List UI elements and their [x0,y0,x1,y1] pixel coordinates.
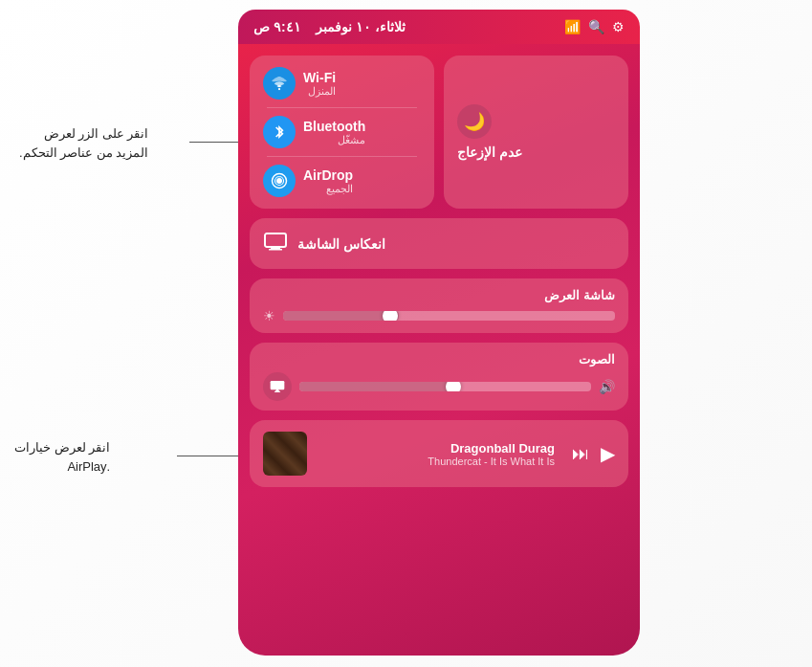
status-date: ثلاثاء، ١٠ نوفمبر [316,19,406,34]
annotation-bottom-text: انقر لعرض خيارات .AirPlay [14,438,110,476]
wifi-label: Wi-Fi المنزل [303,70,336,98]
svg-rect-2 [265,233,286,247]
moon-icon: 🌙 [464,111,485,132]
status-clock: ٩:٤١ ص [253,19,301,34]
status-icons: ⚙ 🔍 📶 [564,19,625,34]
second-row: انعكاس الشاشة [250,218,628,269]
brightness-card: شاشة العرض ☀ [250,278,628,333]
wifi-status-icon: 📶 [564,19,581,34]
annotation-bottom: انقر لعرض خيارات .AirPlay [14,438,110,476]
control-center: ⚙ 🔍 📶 ثلاثاء، ١٠ نوفمبر ٩:٤١ ص 🌙 عدم الإ… [238,10,640,656]
track-artist: Thundercat - It Is What It Is [317,456,555,467]
bluetooth-button[interactable] [263,116,296,148]
control-center-icon[interactable]: ⚙ [612,19,625,34]
svg-rect-3 [271,247,280,249]
connectivity-tile: Wi-Fi المنزل [250,56,434,209]
wifi-sub: المنزل [303,85,336,98]
volume-slider[interactable] [299,382,591,391]
brightness-thumb[interactable] [383,311,398,321]
brightness-slider[interactable] [283,311,615,321]
top-row: 🌙 عدم الإزعاج Wi-Fi المنزل [250,56,628,209]
dnd-icon: 🌙 [457,104,492,139]
annotation-arrow-bottom [177,456,244,456]
bluetooth-row: Bluetooth مشغّل [263,116,421,148]
airdrop-icon [271,172,288,189]
volume-max-icon: 🔊 [599,379,615,394]
airdrop-name: AirDrop [303,167,353,183]
wifi-name: Wi-Fi [303,70,336,85]
svg-point-0 [278,88,280,90]
status-bar: ⚙ 🔍 📶 ثلاثاء، ١٠ نوفمبر ٩:٤١ ص [238,10,640,44]
cc-body: 🌙 عدم الإزعاج Wi-Fi المنزل [238,44,640,656]
album-art [263,432,307,476]
wifi-row: Wi-Fi المنزل [263,67,421,100]
annotation-line1: انقر على الزر لعرض [44,126,149,141]
annotation-top: انقر على الزر لعرض المزيد من عناصر التحك… [19,124,148,162]
sun-icon: ☀ [263,308,275,323]
mirror-label: انعكاس الشاشة [297,236,385,252]
airdrop-button[interactable] [263,165,296,197]
bluetooth-sub: مشغّل [303,134,365,146]
album-art-image [263,432,307,476]
play-button[interactable]: ▶ [601,442,615,465]
bluetooth-label: Bluetooth مشغّل [303,119,365,146]
search-icon[interactable]: 🔍 [588,19,604,34]
annotation-bottom-line1: انقر لعرض خيارات [14,440,110,455]
annotation-line2: المزيد من عناصر التحكم. [19,145,148,160]
svg-point-1 [276,178,282,184]
annotation-bottom-line2: .AirPlay [67,459,110,474]
svg-rect-4 [269,249,282,251]
screen-mirror-svg [263,232,288,251]
nowplaying-card[interactable]: ▶ ⏭ Dragonball Durag Thundercat - It Is … [250,420,628,487]
brightness-title: شاشة العرض [263,288,615,302]
airdrop-sub: الجميع [303,183,353,195]
mirror-tile[interactable]: انعكاس الشاشة [250,218,628,269]
conn-divider-2 [267,156,417,157]
bluetooth-icon [273,122,286,142]
nowplaying-info: Dragonball Durag Thundercat - It Is What… [317,441,562,467]
mirror-icon [263,232,288,256]
bluetooth-name: Bluetooth [303,119,365,134]
playback-controls: ▶ ⏭ [572,442,615,465]
wifi-icon [271,75,288,92]
conn-divider-1 [267,107,417,108]
volume-card: الصوت 🔊 [250,343,628,411]
volume-thumb[interactable] [446,382,461,391]
annotation-top-text: انقر على الزر لعرض المزيد من عناصر التحك… [19,124,148,162]
track-title: Dragonball Durag [317,441,555,456]
status-time: ثلاثاء، ١٠ نوفمبر ٩:٤١ ص [253,19,406,34]
airplay-button[interactable] [263,372,292,401]
wifi-button[interactable] [263,67,296,100]
dnd-tile[interactable]: 🌙 عدم الإزعاج [444,56,628,209]
volume-fill [299,382,460,391]
dnd-label: عدم الإزعاج [457,145,522,160]
airplay-icon [270,379,285,394]
airdrop-row: AirDrop الجميع [263,165,421,197]
volume-title: الصوت [263,352,615,367]
airdrop-label: AirDrop الجميع [303,167,353,195]
skip-button[interactable]: ⏭ [572,444,589,464]
